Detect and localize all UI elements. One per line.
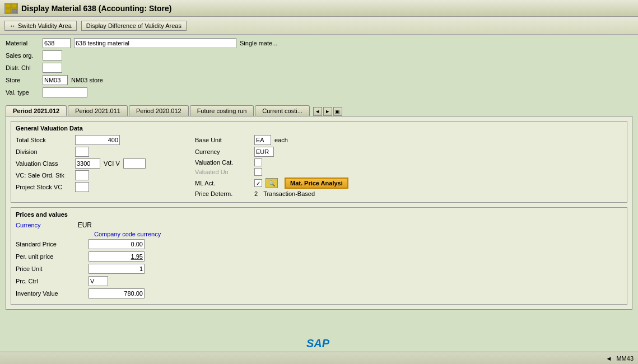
tab-next-button[interactable]: ► [323, 107, 332, 116]
material-row: Material Single mate... [6, 38, 632, 48]
project-stock-vc-row: Project Stock VC [16, 182, 184, 192]
distr-chl-input[interactable] [43, 63, 62, 73]
base-unit-text: each [274, 137, 288, 143]
vc-sale-ord-stk-input[interactable] [75, 170, 89, 180]
ml-act-label: ML Act. [195, 180, 251, 186]
tab-future-costing[interactable]: Future costing run [190, 105, 254, 116]
prices-currency-row: Currency EUR [16, 221, 622, 229]
valuation-cat-label: Valuation Cat. [195, 159, 251, 166]
material-input[interactable] [43, 38, 71, 48]
val-type-input[interactable] [43, 87, 87, 97]
app-icon [4, 3, 18, 14]
switch-validity-icon: ↔ [10, 22, 16, 29]
base-unit-input[interactable] [254, 135, 271, 145]
display-diff-button[interactable]: Display Difference of Validity Areas [81, 21, 187, 31]
prices-values-section: Prices and values Currency EUR Company c… [11, 207, 627, 305]
currency-label: Currency [195, 148, 251, 155]
price-determ-text: Transaction-Based [263, 190, 315, 197]
price-determ-value: 2 [254, 190, 258, 197]
prc-ctrl-input[interactable] [89, 276, 108, 286]
tab-period-2021-011[interactable]: Period 2021.011 [68, 105, 128, 116]
price-determ-label: Price Determ. [195, 190, 251, 197]
vc-sale-ord-stk-label: VC: Sale Ord. Stk [16, 172, 72, 179]
main-panel: General Valuation Data Total Stock Divis… [6, 116, 632, 310]
svg-rect-3 [12, 9, 17, 13]
general-valuation-right: Base Unit each Currency Valuation Cat. V… [195, 135, 622, 199]
valuation-cat-row: Valuation Cat. [195, 158, 622, 166]
inventory-value-input[interactable] [89, 288, 145, 298]
project-stock-vc-label: Project Stock VC [16, 184, 72, 190]
tabs-container: Period 2021.012 Period 2021.011 Period 2… [0, 105, 638, 116]
price-determ-row: Price Determ. 2 Transaction-Based [195, 190, 622, 197]
total-stock-row: Total Stock [16, 135, 184, 145]
distr-chl-row: Distr. Chl [6, 63, 632, 73]
valuation-class-row: Valuation Class VCI V [16, 158, 184, 169]
switch-validity-button[interactable]: ↔ Switch Validity Area [4, 21, 77, 31]
currency-link[interactable]: Currency [16, 222, 41, 228]
company-code-link[interactable]: Company code currency [94, 231, 161, 237]
standard-price-row: Standard Price [16, 239, 622, 249]
mat-price-analysi-button[interactable]: Mat. Price Analysi [285, 178, 348, 189]
company-code-row: Company code currency [16, 231, 622, 237]
general-valuation-left: Total Stock Division Valuation Class VCI… [16, 135, 184, 199]
valuated-un-label: Valuated Un [195, 169, 251, 175]
tab-period-2021-012[interactable]: Period 2021.012 [6, 105, 67, 116]
store-label: Store [6, 77, 39, 83]
tab-prev-button[interactable]: ◄ [313, 107, 322, 116]
vc-sale-ord-stk-row: VC: Sale Ord. Stk [16, 170, 184, 180]
price-unit-row: Price Unit [16, 264, 622, 274]
currency-input[interactable] [254, 147, 274, 157]
sales-org-input[interactable] [43, 50, 62, 60]
per-unit-price-input[interactable] [89, 251, 145, 262]
toolbar: ↔ Switch Validity Area Display Differenc… [0, 17, 638, 35]
svg-rect-1 [12, 4, 17, 8]
material-extra: Single mate... [240, 40, 277, 46]
sales-org-label: Sales org. [6, 52, 39, 59]
total-stock-label: Total Stock [16, 137, 72, 143]
store-row: Store NM03 store [6, 75, 632, 85]
standard-price-input[interactable] [89, 239, 145, 249]
svg-rect-0 [6, 4, 11, 8]
store-input[interactable] [43, 75, 68, 85]
valuation-class-label: Valuation Class [16, 160, 72, 167]
inventory-value-row: Inventory Value [16, 288, 622, 298]
material-desc-input[interactable] [74, 38, 236, 48]
general-valuation-content: Total Stock Division Valuation Class VCI… [16, 135, 622, 199]
status-right: ◄ MM43 [606, 355, 634, 362]
valuation-class-input[interactable] [75, 158, 100, 169]
base-unit-row: Base Unit each [195, 135, 622, 145]
status-bar: ◄ MM43 [0, 352, 638, 364]
tab-period-2020-012[interactable]: Period 2020.012 [129, 105, 189, 116]
price-unit-label: Price Unit [16, 265, 89, 272]
tab-current-costing[interactable]: Current costi... [255, 105, 310, 116]
total-stock-input[interactable] [75, 135, 120, 145]
project-stock-vc-input[interactable] [75, 182, 89, 192]
vci-v-label: VCI V [104, 160, 120, 167]
prc-ctrl-row: Prc. Ctrl [16, 276, 622, 286]
ml-act-checkbox[interactable] [254, 179, 262, 187]
val-type-label: Val. type [6, 89, 39, 96]
valuation-cat-checkbox[interactable] [254, 158, 262, 166]
svg-text:SAP: SAP [306, 337, 330, 349]
currency-value: EUR [78, 221, 92, 229]
per-unit-price-label: Per. unit price [16, 253, 89, 260]
base-unit-label: Base Unit [195, 137, 251, 143]
per-unit-price-row: Per. unit price [16, 251, 622, 262]
price-unit-input[interactable] [89, 264, 145, 274]
inventory-value-label: Inventory Value [16, 290, 89, 297]
valuated-un-checkbox[interactable] [254, 168, 262, 176]
window-title: Display Material 638 (Accounting: Store) [21, 4, 171, 13]
sap-logo: SAP [305, 336, 333, 353]
general-valuation-title: General Valuation Data [16, 125, 622, 132]
program-id: MM43 [616, 355, 634, 362]
division-input[interactable] [75, 147, 89, 157]
vci-v-input[interactable] [123, 158, 146, 169]
ml-act-icon: 🔍 [266, 178, 278, 188]
nav-arrow-left[interactable]: ◄ [606, 355, 612, 362]
prices-values-title: Prices and values [16, 211, 622, 218]
distr-chl-label: Distr. Chl [6, 64, 39, 71]
currency-row: Currency [195, 147, 622, 157]
tab-navigation: ◄ ► ▣ [313, 107, 342, 116]
prc-ctrl-label: Prc. Ctrl [16, 278, 89, 284]
tab-menu-button[interactable]: ▣ [333, 107, 342, 116]
